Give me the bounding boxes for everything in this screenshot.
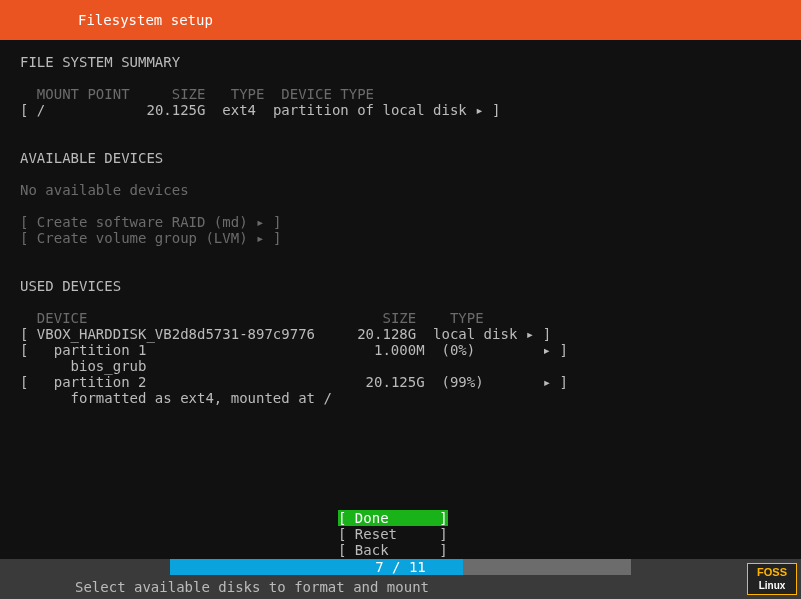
action-buttons: [ Done ] [ Reset ] [ Back ] — [338, 510, 448, 558]
chevron-right-icon: ▸ — [256, 230, 264, 246]
progress-label: 7 / 11 — [170, 559, 631, 575]
part2-desc: formatted as ext4, mounted at / — [71, 390, 332, 406]
create-lvm-label: Create volume group (LVM) — [37, 230, 248, 246]
watermark: FOSS Linux — [747, 563, 797, 595]
section-used-title: USED DEVICES — [20, 278, 121, 294]
progress-bar: 7 / 11 — [170, 559, 631, 575]
summary-headers: MOUNT POINT SIZE TYPE DEVICE TYPE — [20, 86, 374, 102]
col-mount: MOUNT POINT — [37, 86, 130, 102]
part1-pct: (0%) — [441, 342, 475, 358]
create-raid-label: Create software RAID (md) — [37, 214, 248, 230]
used-headers: DEVICE SIZE TYPE — [20, 310, 484, 326]
col-devtype: DEVICE TYPE — [281, 86, 374, 102]
hint-text: Select available disks to format and mou… — [0, 575, 801, 599]
installer-screen: Filesystem setup FILE SYSTEM SUMMARY MOU… — [0, 0, 801, 599]
chevron-right-icon: ▸ — [526, 326, 534, 342]
chevron-right-icon: ▸ — [543, 374, 551, 390]
part1-size: 1.000M — [374, 342, 425, 358]
footer: 7 / 11 Select available disks to format … — [0, 559, 801, 599]
summary-row[interactable]: [ / 20.125G ext4 partition of local disk… — [20, 102, 501, 118]
col-size2: SIZE — [382, 310, 416, 326]
back-button[interactable]: [ Back ] — [338, 542, 448, 558]
content-area: FILE SYSTEM SUMMARY MOUNT POINT SIZE TYP… — [0, 40, 801, 406]
partition-2-row[interactable]: [ partition 2 20.125G (99%) ▸ ] — [20, 374, 568, 390]
summary-type: ext4 — [222, 102, 256, 118]
disk-name: VBOX_HARDDISK_VB2d8d5731-897c9776 — [37, 326, 315, 342]
col-type: TYPE — [231, 86, 265, 102]
summary-size: 20.125G — [146, 102, 205, 118]
col-device: DEVICE — [37, 310, 88, 326]
done-label: Done — [355, 510, 389, 526]
part2-size: 20.125G — [366, 374, 425, 390]
col-size: SIZE — [172, 86, 206, 102]
reset-label: Reset — [355, 526, 397, 542]
create-volume-group[interactable]: [ Create volume group (LVM) ▸ ] — [20, 230, 281, 246]
reset-button[interactable]: [ Reset ] — [338, 526, 448, 542]
part1-desc: bios_grub — [71, 358, 147, 374]
disk-size: 20.128G — [357, 326, 416, 342]
col-type2: TYPE — [450, 310, 484, 326]
create-software-raid[interactable]: [ Create software RAID (md) ▸ ] — [20, 214, 281, 230]
part2-pct: (99%) — [441, 374, 483, 390]
section-available-title: AVAILABLE DEVICES — [20, 150, 163, 166]
partition-1-row[interactable]: [ partition 1 1.000M (0%) ▸ ] — [20, 342, 568, 358]
summary-devtype: partition of local disk — [273, 102, 467, 118]
used-disk-row[interactable]: [ VBOX_HARDDISK_VB2d8d5731-897c9776 20.1… — [20, 326, 551, 342]
done-button[interactable]: [ Done ] — [338, 510, 448, 526]
chevron-right-icon: ▸ — [475, 102, 483, 118]
no-available-devices: No available devices — [20, 182, 189, 198]
part2-name: partition 2 — [54, 374, 147, 390]
disk-type: local disk — [433, 326, 517, 342]
back-label: Back — [355, 542, 389, 558]
section-summary-title: FILE SYSTEM SUMMARY — [20, 54, 180, 70]
watermark-line2: Linux — [748, 579, 796, 592]
titlebar: Filesystem setup — [0, 0, 801, 40]
summary-mount: / — [37, 102, 45, 118]
watermark-line1: FOSS — [748, 566, 796, 579]
part1-name: partition 1 — [54, 342, 147, 358]
chevron-right-icon: ▸ — [543, 342, 551, 358]
chevron-right-icon: ▸ — [256, 214, 264, 230]
page-title: Filesystem setup — [78, 12, 213, 28]
